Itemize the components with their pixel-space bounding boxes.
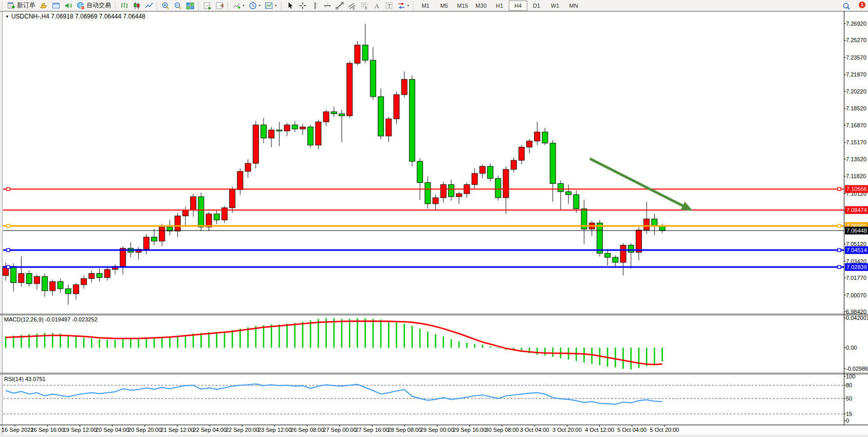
price-tick-label: 7.20220 [846,88,866,94]
status-strip [0,434,868,437]
timeframe-button-m30[interactable]: M30 [472,1,490,11]
price-line-label-text: 7.08474 [846,207,867,213]
line-handle[interactable] [7,187,10,191]
candle-body [597,223,602,253]
time-tick-label: 23 Sep 12:00 [258,427,291,433]
window-icon [52,2,60,10]
candle-body [292,125,298,129]
chevron-down-icon[interactable]: ▾ [408,4,410,8]
chevron-down-icon[interactable]: ▾ [275,4,277,8]
time-tick-label: 16 Sep 2022 [2,427,33,433]
chart-symbol-ohlc-label[interactable]: ▼USDCNH-,H4 7.06918 7.06969 7.06444 7.06… [5,13,145,20]
line-handle[interactable] [838,224,841,227]
template-button[interactable]: ▾ [263,0,279,11]
candle-body [355,45,360,63]
timeframe-button-m1[interactable]: M1 [416,1,435,11]
text-tool-button[interactable]: A [371,0,383,11]
time-tick-label: 4 Oct 12:00 [585,427,614,433]
cursor-tool-button[interactable] [284,0,297,11]
line-handle[interactable] [7,265,10,269]
candle-body [386,119,392,136]
new-order-button[interactable]: 新订单 [5,0,38,11]
candle-body [620,245,626,262]
zoom-in-button[interactable] [159,0,172,11]
search-icon [842,2,851,10]
timeframe-button-m15[interactable]: M15 [453,1,472,11]
candle-body [519,147,524,161]
toolbar-grip [280,2,283,10]
time-tick-label: 29 Sep 16:00 [453,427,486,433]
notifications-button[interactable]: 1 [856,2,865,11]
indicators-button[interactable]: ▾ [230,0,247,11]
line-chart-mode-button[interactable] [143,0,155,11]
price-tick-label: 7.26920 [846,21,866,27]
rsi-tick-label: 50 [846,395,852,402]
ohlc-bars-icon [120,2,128,10]
candle-body [558,183,563,192]
candle-body [81,278,87,284]
label-tool-button[interactable]: T [383,0,395,11]
auto-scroll-button[interactable] [201,0,214,11]
candle-chart-mode-button[interactable] [131,0,143,11]
period-clock-button[interactable]: ▾ [247,0,263,11]
vertical-line-tool-button[interactable] [309,0,321,11]
gold-button[interactable] [38,0,50,11]
autotrading-button[interactable]: 自动交易 [75,0,113,11]
timeframe-button-d1[interactable]: D1 [527,1,546,11]
time-tick-label: 22 Sep 20:00 [226,427,259,433]
chart-shift-button[interactable] [214,0,226,11]
sound-button[interactable] [62,0,75,11]
zoom-out-button[interactable] [172,0,184,11]
search-button[interactable] [840,1,853,11]
candle-body [652,219,657,226]
globe-stop-icon [77,2,85,10]
equidistant-channel-tool-button[interactable]: E [346,0,358,11]
trendline-tool-button[interactable] [334,0,346,11]
chevron-down-icon[interactable]: ▾ [243,4,245,8]
crosshair-tool-button[interactable] [297,0,309,11]
time-tick-label: 26 Sep 08:00 [290,427,324,433]
rsi-tick-label: 0 [846,417,849,424]
price-tick-label: 7.01770 [846,275,866,281]
timeframe-button-h1[interactable]: H1 [490,1,509,11]
notification-count-badge: 1 [858,1,866,9]
fibonacci-tool-button[interactable]: F [358,0,371,11]
time-tick-label: 5 Oct 20:00 [650,427,679,433]
speaker-icon [64,2,72,10]
tile-windows-icon [186,2,194,10]
candle-body [261,125,266,138]
candle-body [644,219,650,230]
candle-body [58,281,63,289]
timeframe-button-h4[interactable]: H4 [509,1,527,11]
arrows-tool-button[interactable]: ▾ [395,0,412,11]
vertical-line-icon [311,2,319,10]
line-handle[interactable] [838,187,841,191]
line-handle[interactable] [7,249,10,252]
chevron-down-icon[interactable]: ▾ [259,4,261,8]
market-window-button[interactable] [50,0,62,11]
chart-canvas[interactable]: 7.269207.252707.235707.218707.202207.185… [0,0,868,437]
line-handle[interactable] [838,249,841,252]
timeframe-button-m5[interactable]: M5 [435,1,453,11]
time-tick-label: 5 Oct 04:00 [617,427,647,433]
candle-body [417,161,423,182]
line-handle[interactable] [7,224,10,227]
toolbar-separator [157,2,158,10]
price-tick-label: 7.21870 [846,71,866,78]
horizontal-line-tool-button[interactable] [321,0,334,11]
candle-body [143,237,149,250]
candle-body [230,189,235,207]
cursor-icon [286,2,294,10]
rsi-tick-label: 15 [846,411,852,417]
bar-chart-mode-button[interactable] [118,0,131,11]
timeframe-button-w1[interactable]: W1 [546,1,564,11]
toolbar-grip [1,2,4,10]
tile-windows-button[interactable] [184,0,196,11]
timeframe-button-mn[interactable]: MN [564,1,583,11]
collapse-triangle-icon[interactable]: ▼ [5,14,9,19]
line-handle[interactable] [838,265,841,269]
zoom-in-icon [161,2,170,10]
candle-body [253,125,258,163]
price-line-label-text: 7.02839 [846,264,867,270]
candle-body [104,270,110,278]
